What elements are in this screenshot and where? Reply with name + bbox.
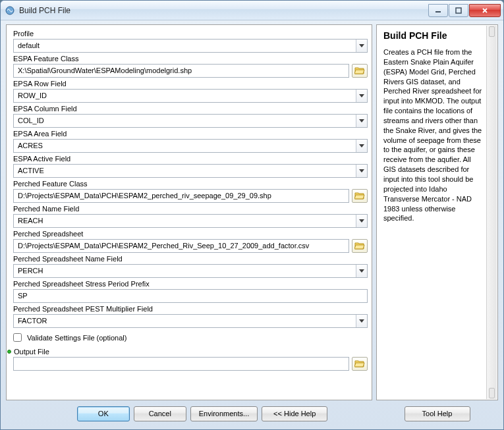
field-output-file: Output File — [13, 347, 368, 371]
input-perched-ss-name[interactable]: PERCH — [13, 264, 368, 278]
cancel-button[interactable]: Cancel — [134, 406, 186, 421]
label-espa-active: ESPA Active Field — [13, 154, 368, 164]
help-panel: Build PCH File Creates a PCH file from t… — [376, 24, 498, 400]
chevron-down-icon — [356, 140, 367, 152]
button-bar: OK Cancel Environments... << Hide Help T… — [1, 403, 503, 429]
help-body: Creates a PCH file from the Eastern Snak… — [383, 47, 492, 223]
label-perched-ss-pest: Perched Spreadsheet PEST Multiplier Fiel… — [13, 304, 368, 314]
chevron-down-icon — [356, 115, 367, 127]
label-profile: Profile — [13, 29, 368, 39]
field-espa-active: ESPA Active Field ACTIVE — [13, 154, 368, 178]
environments-button[interactable]: Environments... — [190, 406, 258, 421]
field-validate-settings: Validate Settings File (optional) — [13, 333, 368, 342]
minimize-button[interactable] — [428, 4, 448, 17]
dialog-window: Build PCH File Profile default ESPA Feat… — [0, 0, 504, 430]
label-espa-area: EPSA Area Field — [13, 129, 368, 139]
folder-icon — [354, 241, 365, 252]
input-perched-ss-pest[interactable]: FACTOR — [13, 314, 368, 328]
input-perched-ss-prefix[interactable]: SP — [13, 289, 368, 303]
field-perched-ss-name: Perched Spreadsheet Name Field PERCH — [13, 254, 368, 278]
field-perched-ss-pest: Perched Spreadsheet PEST Multiplier Fiel… — [13, 304, 368, 328]
scrollbar[interactable] — [486, 26, 497, 399]
ok-button[interactable]: OK — [77, 406, 130, 421]
help-title: Build PCH File — [383, 30, 492, 41]
chevron-down-icon — [356, 90, 367, 102]
field-perched-ss: Perched Spreadsheet D:\Projects\ESPAM_Da… — [13, 229, 368, 253]
field-perched-ss-prefix: Perched Spreadsheet Stress Period Prefix… — [13, 279, 368, 303]
svg-rect-1 — [435, 11, 441, 13]
close-button[interactable] — [469, 4, 501, 17]
label-perched-ss-prefix: Perched Spreadsheet Stress Period Prefix — [13, 279, 368, 289]
tool-help-button[interactable]: Tool Help — [405, 406, 470, 421]
input-perched-fc[interactable]: D:\Projects\ESPAM_Data\PCH\ESPAM2_perche… — [13, 189, 349, 203]
browse-perched-ss-button[interactable] — [352, 239, 368, 253]
browse-output-file-button[interactable] — [352, 357, 368, 371]
label-perched-name: Perched Name Field — [13, 204, 368, 214]
label-validate-settings: Validate Settings File (optional) — [27, 334, 126, 342]
required-marker-icon — [7, 350, 11, 354]
content-area: Profile default ESPA Feature Class X:\Sp… — [1, 20, 503, 403]
chevron-down-icon — [356, 265, 367, 277]
window-controls — [428, 4, 501, 17]
label-espa-row: EPSA Row Field — [13, 79, 368, 89]
input-espa-row[interactable]: ROW_ID — [13, 89, 368, 103]
chevron-down-icon — [356, 165, 367, 177]
label-espa-fc: ESPA Feature Class — [13, 54, 368, 64]
input-espa-area[interactable]: ACRES — [13, 139, 368, 153]
label-espa-col: EPSA Column Field — [13, 104, 368, 114]
browse-espa-fc-button[interactable] — [352, 64, 368, 78]
chevron-down-icon — [356, 215, 367, 227]
hide-help-button[interactable]: << Hide Help — [262, 406, 327, 421]
input-espa-col[interactable]: COL_ID — [13, 114, 368, 128]
label-perched-ss-name: Perched Spreadsheet Name Field — [13, 254, 368, 264]
folder-icon — [354, 359, 365, 369]
label-perched-ss: Perched Spreadsheet — [13, 229, 368, 239]
checkbox-validate-settings[interactable] — [13, 333, 22, 342]
input-perched-ss[interactable]: D:\Projects\ESPAM_Data\PCH\ESPAM2_Perche… — [13, 239, 349, 253]
field-espa-col: EPSA Column Field COL_ID — [13, 104, 368, 128]
field-profile: Profile default — [13, 29, 368, 53]
titlebar: Build PCH File — [1, 1, 503, 20]
label-perched-fc: Perched Feature Class — [13, 179, 368, 189]
maximize-button[interactable] — [449, 4, 468, 17]
chevron-down-icon — [356, 40, 367, 52]
input-perched-name[interactable]: REACH — [13, 214, 368, 228]
folder-icon — [354, 66, 365, 76]
input-profile[interactable]: default — [13, 39, 368, 53]
parameters-panel: Profile default ESPA Feature Class X:\Sp… — [6, 24, 372, 400]
input-output-file[interactable] — [13, 357, 349, 371]
browse-perched-fc-button[interactable] — [352, 189, 368, 203]
chevron-down-icon — [356, 315, 367, 327]
folder-icon — [354, 191, 365, 202]
input-espa-fc[interactable]: X:\Spatial\GroundWater\ESPAModeling\mode… — [13, 64, 349, 78]
field-perched-fc: Perched Feature Class D:\Projects\ESPAM_… — [13, 179, 368, 203]
field-espa-area: EPSA Area Field ACRES — [13, 129, 368, 153]
window-title: Build PCH File — [19, 6, 428, 15]
field-espa-row: EPSA Row Field ROW_ID — [13, 79, 368, 103]
field-espa-feature-class: ESPA Feature Class X:\Spatial\GroundWate… — [13, 54, 368, 78]
input-espa-active[interactable]: ACTIVE — [13, 164, 368, 178]
field-perched-name: Perched Name Field REACH — [13, 204, 368, 228]
app-icon — [5, 5, 15, 16]
label-output-file: Output File — [13, 347, 368, 357]
svg-rect-2 — [456, 8, 461, 13]
